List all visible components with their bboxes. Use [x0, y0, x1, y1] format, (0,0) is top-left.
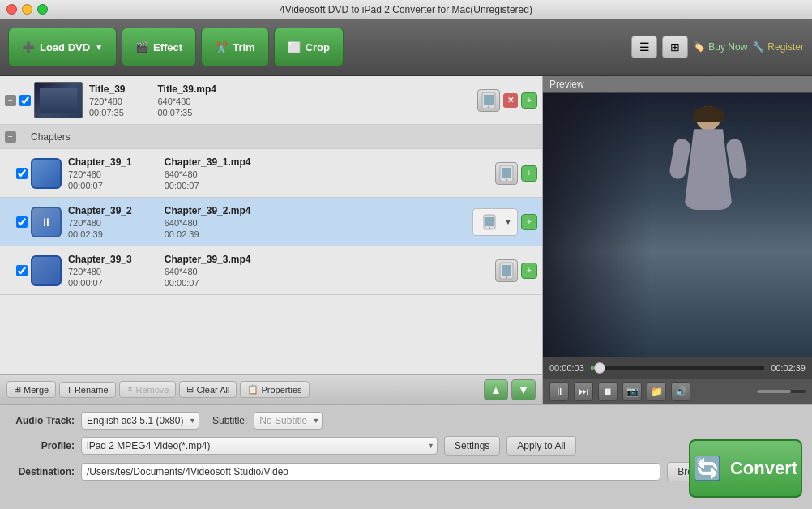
svg-rect-10 [502, 265, 511, 276]
stop-button[interactable]: ⏹ [598, 382, 618, 401]
preview-area: Preview [543, 76, 812, 404]
window-controls[interactable] [6, 4, 48, 15]
chapter-duration: 00:00:07 [68, 278, 132, 288]
profile-wrapper[interactable]: iPad 2 MPEG4 Video(*.mp4) [81, 437, 438, 455]
chapters-collapse-button[interactable]: − [5, 131, 16, 143]
chapter-output-duration: 00:00:07 [165, 181, 251, 190]
chapter-info: Chapter_39_2 720*480 00:02:39 Chapter_39… [68, 205, 466, 239]
subtitle-wrapper[interactable]: No Subtitle [254, 412, 323, 430]
screenshot-button[interactable]: 📷 [622, 382, 642, 401]
chapter-info: Chapter_39_3 720*480 00:00:07 Chapter_39… [68, 254, 489, 288]
subtitle-select[interactable]: No Subtitle [254, 412, 323, 430]
properties-icon: 📋 [247, 384, 259, 395]
settings-button[interactable]: Settings [444, 436, 500, 456]
svg-rect-1 [484, 95, 494, 105]
destination-label: Destination: [10, 466, 75, 477]
register-icon: 🔧 [752, 41, 764, 53]
progress-thumb[interactable] [594, 362, 605, 374]
crop-icon: ⬜ [288, 41, 301, 53]
apply-to-all-button[interactable]: Apply to All [506, 436, 575, 456]
register-button[interactable]: 🔧 Register [752, 41, 804, 53]
add-icon[interactable]: + [521, 165, 537, 182]
file-list-area: − Title_39 720*480 00:07:35 Title_39.mp4 [0, 76, 543, 404]
step-forward-button[interactable]: ⏭ [574, 382, 593, 401]
preview-scene [543, 93, 812, 357]
file-list: − Title_39 720*480 00:07:35 Title_39.mp4 [0, 76, 542, 374]
preview-time-bar: 00:00:03 00:02:39 [543, 357, 812, 379]
chapter-output-name: Chapter_39_2.mp4 [165, 205, 251, 216]
main-toolbar: ➕ Load DVD ▼ 🎬 Effect ✂️ Trim ⬜ Crop ☰ ⊞… [0, 19, 812, 76]
ipad-icon[interactable] [477, 89, 500, 112]
remove-button[interactable]: ✕ Remove [119, 381, 177, 398]
add-icon[interactable]: + [521, 263, 537, 279]
bottom-panel: Audio Track: English ac3 5.1 (0x80) Subt… [0, 404, 812, 509]
destination-row: Destination: Browse Open Folder [10, 462, 802, 481]
grid-view-button[interactable]: ⊞ [662, 36, 688, 58]
output-duration: 00:07:35 [157, 108, 216, 118]
add-icon[interactable]: + [521, 92, 537, 109]
close-button[interactable] [6, 4, 17, 15]
chapter-checkbox[interactable] [16, 216, 28, 228]
audio-track-wrapper[interactable]: English ac3 5.1 (0x80) [81, 412, 199, 430]
add-icon[interactable]: + [521, 214, 537, 230]
volume-icon[interactable]: 🔊 [671, 382, 690, 401]
profile-row: Profile: iPad 2 MPEG4 Video(*.mp4) Setti… [10, 436, 802, 456]
chapter-size: 720*480 [68, 169, 132, 179]
load-dvd-dropdown-arrow[interactable]: ▼ [95, 43, 103, 52]
buy-icon: 🏷️ [693, 41, 705, 53]
audio-track-select[interactable]: English ac3 5.1 (0x80) [81, 412, 199, 430]
list-bottom-toolbar: ⊞ Merge T Rename ✕ Remove ⊟ Clear All 📋 … [0, 374, 542, 404]
table-row: Chapter_39_3 720*480 00:00:07 Chapter_39… [0, 246, 542, 295]
file-duration: 00:07:35 [89, 108, 125, 118]
convert-button[interactable]: 🔄 Convert [689, 439, 802, 498]
progress-track[interactable] [591, 366, 764, 370]
file-thumbnail [34, 82, 83, 118]
svg-rect-7 [485, 217, 494, 226]
chapter-output-size: 640*480 [165, 267, 251, 276]
file-size: 720*480 [89, 96, 125, 106]
clear-all-button[interactable]: ⊟ Clear All [179, 381, 237, 398]
minimize-button[interactable] [22, 4, 32, 15]
chapter-icon [31, 158, 62, 189]
effect-button[interactable]: 🎬 Effect [122, 28, 196, 66]
ipad-icon[interactable] [495, 259, 518, 282]
chapter-name: Chapter_39_1 [68, 156, 132, 168]
maximize-button[interactable] [37, 4, 48, 15]
chapter-checkbox[interactable] [16, 168, 28, 179]
merge-button[interactable]: ⊞ Merge [6, 381, 56, 398]
folder-button[interactable]: 📁 [647, 382, 666, 401]
file-info: Title_39 720*480 00:07:35 Title_39.mp4 6… [89, 83, 471, 118]
move-up-button[interactable]: ▲ [484, 379, 508, 400]
trim-button[interactable]: ✂️ Trim [201, 28, 268, 66]
row-checkbox[interactable] [19, 95, 31, 106]
collapse-button[interactable]: − [5, 95, 16, 106]
file-actions: ✕ + [477, 89, 537, 112]
destination-input[interactable] [81, 463, 660, 481]
table-row: − Title_39 720*480 00:07:35 Title_39.mp4 [0, 76, 542, 125]
list-view-button[interactable]: ☰ [631, 36, 657, 58]
pause-button[interactable]: ⏸ [549, 382, 569, 401]
remove-icon[interactable]: ✕ [503, 93, 518, 108]
convert-section: 🔄 Convert [689, 439, 802, 498]
rename-button[interactable]: T Rename [59, 382, 115, 398]
volume-slider[interactable] [757, 390, 806, 393]
chapter-output-name: Chapter_39_1.mp4 [165, 156, 251, 168]
ipad-small-icon [478, 211, 501, 233]
remove-icon: ✕ [126, 384, 134, 395]
chapter-name: Chapter_39_3 [68, 254, 132, 265]
chapter-actions: ▼ + [472, 208, 537, 236]
current-time: 00:00:03 [549, 363, 584, 373]
chapter-size: 720*480 [68, 267, 132, 276]
load-dvd-button[interactable]: ➕ Load DVD ▼ [8, 28, 117, 66]
crop-button[interactable]: ⬜ Crop [274, 28, 344, 66]
ipad-icon[interactable] [495, 162, 518, 185]
move-down-button[interactable]: ▼ [511, 379, 536, 400]
buy-now-button[interactable]: 🏷️ Buy Now [693, 41, 747, 53]
chapter-checkbox[interactable] [16, 265, 28, 276]
output-selector[interactable]: ▼ [472, 208, 518, 236]
properties-button[interactable]: 📋 Properties [240, 381, 309, 398]
load-dvd-icon: ➕ [22, 41, 35, 53]
chapter-size: 720*480 [68, 218, 132, 228]
chapter-icon-pause: ⏸ [31, 207, 62, 237]
profile-select[interactable]: iPad 2 MPEG4 Video(*.mp4) [81, 437, 438, 455]
